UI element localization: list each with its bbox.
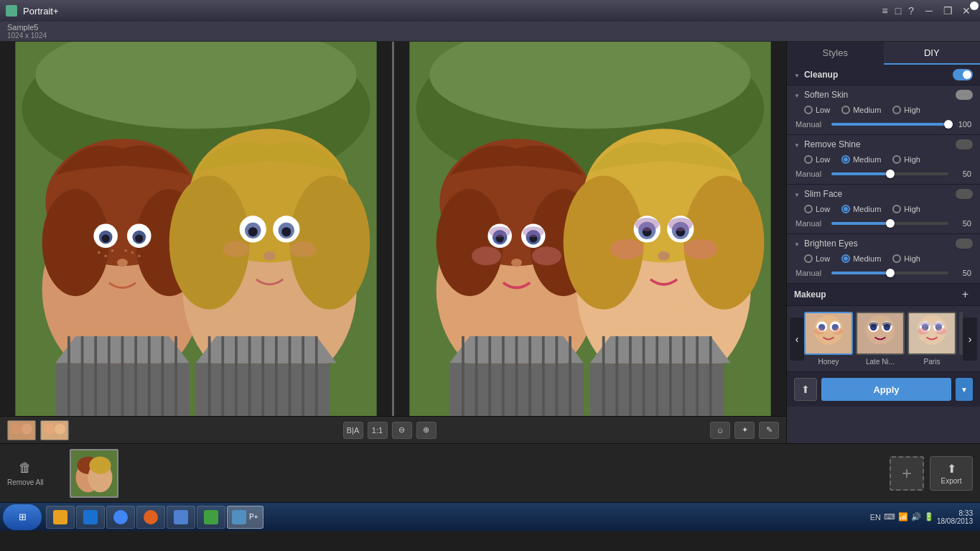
gallery-prev-button[interactable]: ‹ (790, 318, 804, 361)
slim-face-medium-label: Medium (853, 205, 881, 213)
slim-face-slider-label: Manual (795, 219, 827, 228)
file-info-bar: Sample5 1024 x 1024 (0, 22, 980, 42)
remove-shine-medium[interactable]: Medium (841, 155, 881, 164)
brighten-eyes-thumb[interactable] (886, 269, 895, 277)
makeup-add-icon[interactable]: + (962, 288, 969, 301)
filmstrip-thumb-1[interactable] (70, 449, 118, 498)
menu-icon-window[interactable]: □ (895, 5, 901, 17)
brighten-eyes-low[interactable]: Low (804, 254, 830, 263)
taskbar-files[interactable] (167, 506, 195, 529)
makeup-item-next[interactable] (959, 312, 963, 366)
brighten-eyes-medium-radio[interactable] (841, 254, 850, 263)
remove-shine-slider[interactable] (831, 172, 948, 175)
fit-button[interactable]: 1:1 (368, 422, 388, 439)
brighten-eyes-high[interactable]: High (892, 254, 920, 263)
remove-shine-header[interactable]: Remove Shine (787, 135, 980, 152)
export-button[interactable]: ⬆ Export (930, 456, 973, 491)
remove-shine-low-radio[interactable] (804, 155, 813, 164)
remove-shine-low[interactable]: Low (804, 155, 830, 164)
brighten-eyes-toggle[interactable] (956, 239, 973, 249)
soften-skin-radio-group: Low Medium High (787, 103, 980, 117)
slim-face-medium[interactable]: Medium (841, 205, 881, 213)
soften-skin-medium-label: Medium (853, 106, 881, 114)
menu-icon-list[interactable]: ≡ (882, 5, 888, 17)
zoom-out-button[interactable]: ⊖ (392, 422, 412, 439)
slim-face-high-radio[interactable] (892, 205, 901, 213)
gallery-next-button[interactable]: › (963, 318, 977, 361)
svg-point-13 (135, 234, 143, 242)
taskbar-explorer[interactable] (46, 506, 75, 529)
slim-face-low[interactable]: Low (804, 205, 830, 213)
slim-face-medium-radio[interactable] (841, 205, 850, 213)
makeup-header-right: + (962, 288, 973, 301)
makeup-item-honey[interactable]: Honey (804, 312, 853, 366)
remove-all-button[interactable]: 🗑 Remove All (7, 460, 44, 486)
diy-tab-label: DIY (924, 47, 940, 58)
taskbar-portrait[interactable]: P+ (227, 506, 263, 529)
export-icon-button[interactable]: ⬆ (794, 378, 817, 401)
taskbar-ie[interactable] (76, 506, 105, 529)
restore-button[interactable]: ❒ (940, 3, 956, 19)
makeup-item-paris[interactable]: Paris (907, 312, 956, 366)
slim-face-slider[interactable] (831, 222, 948, 225)
slim-face-low-radio[interactable] (804, 205, 813, 213)
svg-point-138 (920, 322, 930, 327)
ba-toggle-button[interactable]: B|A (343, 422, 363, 439)
slim-face-thumb[interactable] (886, 219, 895, 228)
brighten-eyes-medium[interactable]: Medium (841, 254, 881, 263)
taskbar-map[interactable] (197, 506, 225, 529)
minimize-button[interactable]: ─ (921, 3, 937, 19)
soften-skin-low[interactable]: Low (804, 106, 830, 114)
svg-point-96 (668, 218, 693, 231)
soften-skin-medium-radio[interactable] (841, 106, 850, 114)
remove-shine-high[interactable]: High (892, 155, 920, 164)
face-detect-button[interactable]: ☺ (710, 422, 730, 439)
svg-point-20 (124, 249, 127, 252)
tab-styles[interactable]: Styles (787, 42, 884, 65)
menu-icon-help[interactable]: ? (908, 5, 914, 17)
svg-point-98 (683, 239, 717, 259)
soften-skin-medium[interactable]: Medium (841, 106, 881, 114)
title-bar: Portrait+ ≡ □ ? ─ ❒ ✕ (0, 0, 980, 22)
apply-dropdown-button[interactable]: ▼ (956, 378, 973, 401)
magic-wand-button[interactable]: ✦ (734, 422, 755, 439)
remove-shine-medium-radio[interactable] (841, 155, 850, 164)
cleanup-section-header[interactable]: Cleanup (787, 65, 980, 85)
zoom-in-button[interactable]: ⊕ (416, 422, 437, 439)
late-night-thumb (856, 312, 905, 355)
soften-skin-toggle[interactable] (956, 90, 973, 100)
taskbar-firefox[interactable] (136, 506, 165, 529)
soften-skin-header[interactable]: Soften Skin (787, 85, 980, 103)
start-button[interactable]: ⊞ (3, 504, 42, 530)
svg-point-111 (11, 423, 22, 434)
remove-shine-subsection: Remove Shine Low Medium High (787, 135, 980, 185)
brush-button[interactable]: ✎ (759, 422, 779, 439)
remove-shine-high-radio[interactable] (892, 155, 901, 164)
soften-skin-low-radio[interactable] (804, 106, 813, 114)
before-after-divider[interactable] (392, 42, 394, 416)
taskbar-chrome[interactable] (106, 506, 135, 529)
brighten-eyes-high-radio[interactable] (892, 254, 901, 263)
remove-shine-thumb[interactable] (886, 170, 895, 178)
slim-face-toggle[interactable] (956, 189, 973, 199)
remove-shine-toggle[interactable] (956, 139, 973, 149)
slim-face-high[interactable]: High (892, 205, 920, 213)
brighten-eyes-low-radio[interactable] (804, 254, 813, 263)
tab-diy[interactable]: DIY (884, 42, 981, 65)
after-thumb[interactable] (40, 420, 69, 440)
add-image-button[interactable]: + (890, 456, 924, 491)
before-thumb[interactable] (7, 420, 36, 440)
apply-button[interactable]: Apply (821, 378, 951, 401)
brighten-eyes-header[interactable]: Brighten Eyes (787, 234, 980, 251)
after-portrait (394, 42, 786, 416)
network-icon: 📶 (898, 512, 908, 522)
cleanup-toggle[interactable] (953, 69, 973, 80)
soften-skin-thumb[interactable] (944, 120, 953, 129)
slim-face-header[interactable]: Slim Face (787, 185, 980, 202)
soften-skin-slider[interactable] (831, 123, 948, 126)
soften-skin-high-radio[interactable] (892, 106, 901, 114)
export-icon-filmstrip: ⬆ (947, 462, 956, 476)
brighten-eyes-slider[interactable] (831, 272, 948, 274)
makeup-item-late-night[interactable]: Late Ni... (856, 312, 905, 366)
soften-skin-high[interactable]: High (892, 106, 920, 114)
